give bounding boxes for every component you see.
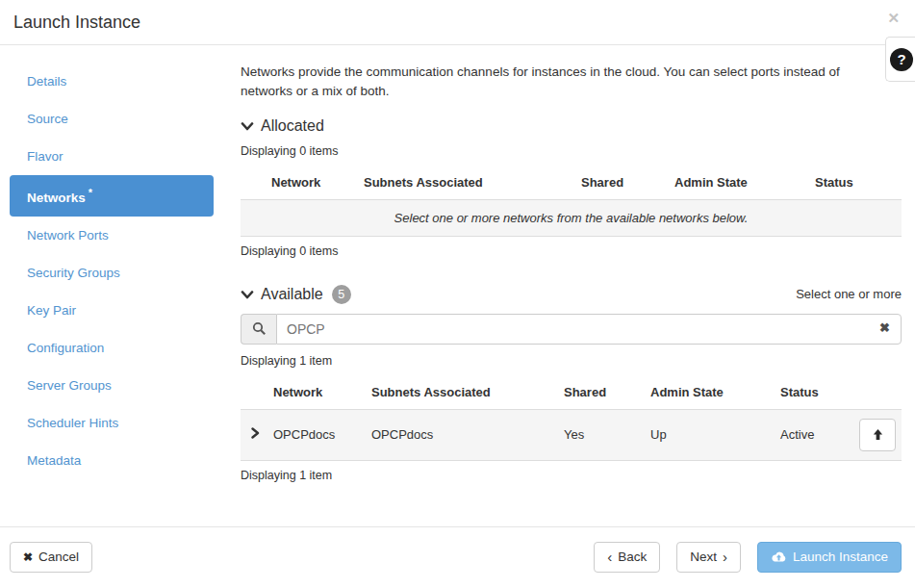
row-expander[interactable] bbox=[241, 409, 266, 460]
search-addon bbox=[241, 314, 276, 345]
sidebar-item-networks[interactable]: Networks* bbox=[10, 175, 214, 217]
col-subnets: Subnets Associated bbox=[356, 166, 573, 200]
allocate-network-button[interactable] bbox=[859, 419, 896, 451]
sidebar-item-details[interactable]: Details bbox=[10, 63, 214, 100]
allocated-table: Network Subnets Associated Shared Admin … bbox=[241, 166, 902, 237]
page-title: Launch Instance bbox=[13, 13, 140, 32]
sidebar-item-flavor[interactable]: Flavor bbox=[10, 138, 214, 175]
cancel-button[interactable]: ✖ Cancel bbox=[10, 542, 92, 573]
wizard-sidebar: Details Source Flavor Networks* Network … bbox=[10, 63, 214, 490]
sidebar-item-server-groups[interactable]: Server Groups bbox=[10, 367, 214, 404]
networks-step-content: Networks provide the communication chann… bbox=[241, 63, 902, 490]
modal-footer: ✖ Cancel ‹ Back Next › Launch Instance bbox=[0, 526, 915, 588]
search-icon bbox=[252, 321, 267, 336]
launch-instance-button[interactable]: Launch Instance bbox=[757, 542, 902, 573]
step-description: Networks provide the communication chann… bbox=[241, 63, 902, 102]
sidebar-item-key-pair[interactable]: Key Pair bbox=[10, 292, 214, 329]
sidebar-item-source[interactable]: Source bbox=[10, 100, 214, 138]
clear-search-icon[interactable]: ✖ bbox=[879, 321, 890, 334]
allocated-count-top: Displaying 0 items bbox=[241, 144, 902, 158]
col-status: Status bbox=[773, 375, 846, 410]
col-shared: Shared bbox=[556, 375, 643, 410]
available-count-badge: 5 bbox=[332, 285, 351, 304]
allocated-section-header: Allocated bbox=[241, 117, 902, 135]
help-icon: ? bbox=[890, 48, 913, 71]
next-chevron-icon: › bbox=[723, 551, 727, 563]
allocated-placeholder-text: Select one or more networks from the ava… bbox=[241, 199, 902, 236]
required-marker: * bbox=[89, 187, 92, 198]
cell-network: OPCPdocs bbox=[266, 409, 364, 460]
back-button[interactable]: ‹ Back bbox=[594, 542, 660, 573]
cell-shared: Yes bbox=[556, 409, 643, 460]
cell-subnets: OPCPdocs bbox=[364, 409, 556, 460]
cancel-x-icon: ✖ bbox=[23, 550, 33, 564]
allocated-empty-row: Select one or more networks from the ava… bbox=[241, 199, 902, 236]
col-network: Network bbox=[241, 166, 356, 200]
sidebar-item-configuration[interactable]: Configuration bbox=[10, 329, 214, 367]
chevron-right-icon bbox=[249, 427, 261, 439]
back-chevron-icon: ‹ bbox=[607, 551, 612, 563]
available-section-header: Available 5 Select one or more bbox=[241, 285, 902, 304]
col-actions bbox=[846, 375, 902, 410]
col-expander bbox=[241, 375, 266, 410]
sidebar-item-security-groups[interactable]: Security Groups bbox=[10, 254, 214, 292]
modal-body: Details Source Flavor Networks* Network … bbox=[0, 45, 915, 490]
up-arrow-icon bbox=[872, 428, 884, 441]
sidebar-item-network-ports[interactable]: Network Ports bbox=[10, 217, 214, 254]
table-row: OPCPdocs OPCPdocs Yes Up Active bbox=[241, 409, 902, 460]
close-icon[interactable]: ✕ bbox=[887, 11, 900, 25]
col-network: Network bbox=[266, 375, 364, 410]
cell-admin-state: Up bbox=[643, 409, 773, 460]
col-admin-state: Admin State bbox=[643, 375, 773, 410]
available-title: Available bbox=[261, 286, 323, 303]
col-subnets: Subnets Associated bbox=[364, 375, 556, 410]
select-hint: Select one or more bbox=[796, 287, 902, 301]
available-count-top: Displaying 1 item bbox=[241, 354, 902, 368]
cloud-upload-icon bbox=[771, 550, 787, 564]
next-button[interactable]: Next › bbox=[676, 542, 741, 573]
sidebar-item-scheduler-hints[interactable]: Scheduler Hints bbox=[10, 404, 214, 442]
chevron-down-icon[interactable] bbox=[241, 288, 254, 301]
allocated-title: Allocated bbox=[261, 117, 324, 135]
chevron-down-icon[interactable] bbox=[241, 119, 254, 133]
allocated-count-bottom: Displaying 0 items bbox=[241, 244, 902, 258]
col-admin-state: Admin State bbox=[667, 166, 807, 200]
sidebar-item-metadata[interactable]: Metadata bbox=[10, 442, 214, 479]
available-table: Network Subnets Associated Shared Admin … bbox=[241, 375, 902, 461]
available-count-bottom: Displaying 1 item bbox=[241, 469, 902, 482]
modal-header: Launch Instance ✕ bbox=[0, 0, 915, 45]
col-shared: Shared bbox=[573, 166, 667, 200]
cell-status: Active bbox=[773, 409, 846, 460]
network-search: ✖ bbox=[241, 314, 902, 345]
search-input[interactable] bbox=[276, 314, 902, 345]
col-status: Status bbox=[807, 166, 902, 200]
help-button[interactable]: ? bbox=[885, 37, 915, 82]
